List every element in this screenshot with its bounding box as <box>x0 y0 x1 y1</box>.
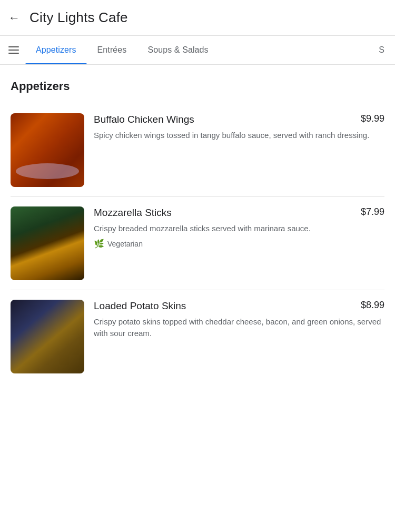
back-arrow-icon: ← <box>8 11 20 25</box>
item-price: $8.99 <box>361 300 384 311</box>
tabs-bar: Appetizers Entrées Soups & Salads S <box>0 36 395 65</box>
item-name: Loaded Potato Skins <box>94 300 186 313</box>
section-title: Appetizers <box>11 80 384 93</box>
tab-appetizers[interactable]: Appetizers <box>25 36 87 64</box>
menu-item[interactable]: Loaded Potato Skins $8.99 Crispy potato … <box>11 290 384 383</box>
item-description: Crispy breaded mozzarella sticks served … <box>94 223 384 235</box>
app-header: ← City Lights Cafe <box>0 0 395 36</box>
vegetarian-label: Vegetarian <box>107 240 143 248</box>
menu-item[interactable]: Buffalo Chicken Wings $9.99 Spicy chicke… <box>11 104 384 197</box>
item-name: Buffalo Chicken Wings <box>94 113 194 126</box>
item-header: Mozzarella Sticks $7.99 <box>94 206 384 220</box>
item-header: Buffalo Chicken Wings $9.99 <box>94 113 384 126</box>
page-title: City Lights Cafe <box>29 9 128 26</box>
item-description: Crispy potato skins topped with cheddar … <box>94 316 384 340</box>
item-name: Mozzarella Sticks <box>94 206 172 220</box>
tab-entrees[interactable]: Entrées <box>87 36 137 64</box>
item-image-mozzarella-sticks <box>11 206 84 280</box>
tab-soups-salads[interactable]: Soups & Salads <box>137 36 219 64</box>
item-content-loaded-potato-skins: Loaded Potato Skins $8.99 Crispy potato … <box>94 300 384 343</box>
leaf-icon: 🌿 <box>94 239 104 249</box>
back-button[interactable]: ← <box>8 11 20 25</box>
item-image-buffalo-chicken-wings <box>11 113 84 187</box>
tabs-list: Appetizers Entrées Soups & Salads <box>25 36 379 64</box>
item-price: $7.99 <box>361 206 384 218</box>
item-description: Spicy chicken wings tossed in tangy buff… <box>94 130 384 142</box>
item-content-buffalo-chicken-wings: Buffalo Chicken Wings $9.99 Spicy chicke… <box>94 113 384 144</box>
menu-item[interactable]: Mozzarella Sticks $7.99 Crispy breaded m… <box>11 197 384 290</box>
item-header: Loaded Potato Skins $8.99 <box>94 300 384 313</box>
tab-more-partial: S <box>379 36 390 64</box>
hamburger-icon <box>8 46 19 54</box>
vegetarian-badge: 🌿 Vegetarian <box>94 239 384 249</box>
item-content-mozzarella-sticks: Mozzarella Sticks $7.99 Crispy breaded m… <box>94 206 384 249</box>
appetizers-section: Appetizers Buffalo Chicken Wings $9.99 S… <box>0 65 395 383</box>
menu-list-button[interactable] <box>5 38 25 62</box>
item-image-loaded-potato-skins <box>11 300 84 373</box>
item-price: $9.99 <box>361 113 384 124</box>
